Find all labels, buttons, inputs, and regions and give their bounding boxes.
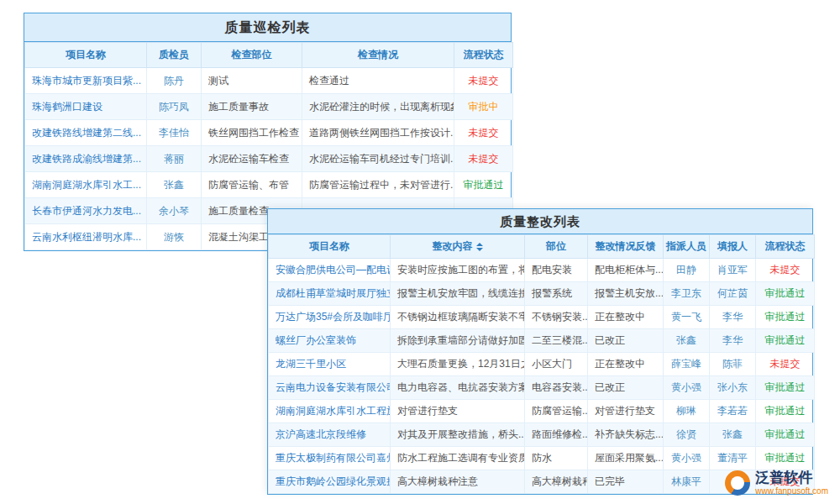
- column-header-label: 项目名称: [309, 240, 349, 252]
- table-row[interactable]: 湖南洞庭湖水库引水工程施工...对管进行垫支防腐管运输...对管进行垫支柳琳李若…: [269, 400, 815, 423]
- table-row[interactable]: 改建铁路线增建第二线...李佳怡铁丝网围挡工作检查道路两侧铁丝网围挡工作按设计.…: [25, 120, 513, 146]
- column-header-label: 检查情况: [358, 49, 398, 60]
- table-cell: 防腐管运输、布管: [202, 172, 302, 198]
- status-cell: 未提交: [756, 353, 815, 376]
- column-header[interactable]: 整改情况反馈: [588, 235, 664, 259]
- rectify-list-panel: 质量整改列表 项目名称整改内容部位整改情况反馈指派人员填报人流程状态 安徽合肥供…: [267, 208, 813, 495]
- table-row[interactable]: 改建铁路成渝线增建第...蒋丽水泥砼运输车检查水泥砼运输车司机经过专门培训...…: [25, 146, 513, 172]
- table-cell: 报警主机安放...: [588, 282, 664, 306]
- person-cell: 张鑫: [710, 423, 756, 447]
- table-cell: 铁丝网围挡工作检查: [202, 120, 302, 146]
- rectify-table: 项目名称整改内容部位整改情况反馈指派人员填报人流程状态 安徽合肥供电公司—配电设…: [268, 234, 815, 494]
- status-cell: 审批通过: [756, 306, 815, 329]
- table-row[interactable]: 螺丝厂办公室装饰拆除到承重墙部分请做好加固...二至三楼混...已改正张鑫李华审…: [269, 329, 815, 353]
- table-cell: 高大樟树栽种注意: [391, 470, 525, 494]
- table-cell: 防水工程施工选调有专业资质...: [391, 447, 525, 470]
- project-name-cell[interactable]: 成都杜甫草堂城时展厅独立展...: [269, 282, 391, 306]
- project-name-cell[interactable]: 改建铁路线增建第二线...: [25, 120, 147, 146]
- person-cell: 张鑫: [664, 329, 710, 353]
- person-cell: 何芷茵: [710, 282, 756, 306]
- person-cell: 蒋丽: [147, 146, 202, 172]
- table-row[interactable]: 成都杜甫草堂城时展厅独立展...报警主机安放牢固，线缆连接...报警系统报警主机…: [269, 282, 815, 306]
- table-cell: 不锈钢安装...: [525, 306, 588, 329]
- column-header[interactable]: 质检员: [147, 43, 202, 68]
- table-cell: 道路两侧铁丝网围挡工作按设计...: [302, 120, 454, 146]
- person-cell: 陈巧凤: [147, 94, 202, 120]
- status-cell: 审批中: [454, 94, 513, 120]
- column-header-label: 部位: [546, 240, 566, 252]
- table-cell: 对管进行垫支: [391, 400, 525, 423]
- table-row[interactable]: 重庆太极制药有限公司嘉州中...防水工程施工选调有专业资质...防水屋面采用聚氨…: [269, 447, 815, 470]
- table-cell: 电容器安装...: [525, 376, 588, 400]
- table-cell: 已改正: [588, 376, 664, 400]
- column-header-label: 流程状态: [765, 240, 806, 252]
- table-cell: 报警系统: [525, 282, 588, 306]
- project-name-cell[interactable]: 云南电力设备安装有限公司20...: [269, 376, 391, 400]
- column-header[interactable]: 填报人: [710, 235, 756, 259]
- person-cell: 柳琳: [664, 400, 710, 423]
- table-cell: 安装时应按施工图的布置，将...: [391, 259, 525, 282]
- table-cell: 配电柜柜体与...: [588, 259, 664, 282]
- project-name-cell[interactable]: 螺丝厂办公室装饰: [269, 329, 391, 353]
- project-name-cell[interactable]: 长春市伊通河水力发电...: [25, 198, 147, 224]
- table-cell: 拆除到承重墙部分请做好加固...: [391, 329, 525, 353]
- person-cell: 李华: [710, 306, 756, 329]
- table-cell: 水泥砼运输车检查: [202, 146, 302, 172]
- status-cell: 审批通过: [756, 400, 815, 423]
- project-name-cell[interactable]: 改建铁路成渝线增建第...: [25, 146, 147, 172]
- brand-name: 泛普软件: [755, 470, 828, 486]
- column-header[interactable]: 部位: [525, 235, 588, 259]
- person-cell: 李若若: [710, 400, 756, 423]
- project-name-cell[interactable]: 万达广场35#会所及咖啡厅空...: [269, 306, 391, 329]
- table-cell: 高大樟树栽种: [525, 470, 588, 494]
- table-cell: 电力电容器、电抗器安装方案,...: [391, 376, 525, 400]
- column-header[interactable]: 指派人员: [664, 235, 710, 259]
- person-cell: 薛宝峰: [664, 353, 710, 376]
- column-header[interactable]: 检查情况: [302, 43, 454, 68]
- person-cell: 黄一飞: [664, 306, 710, 329]
- project-name-cell[interactable]: 龙湖三千里小区: [269, 353, 391, 376]
- project-name-cell[interactable]: 湖南洞庭湖水库引水工程施工...: [269, 400, 391, 423]
- table-row[interactable]: 龙湖三千里小区大理石质量更换，12月31日之...小区大门正在整改中薛宝峰陈菲未…: [269, 353, 815, 376]
- table-row[interactable]: 京沪高速北京段维修对其及开展整改措施，桥头...路面维修检...补齐缺失标志..…: [269, 423, 815, 447]
- table-row[interactable]: 安徽合肥供电公司—配电设备...安装时应按施工图的布置，将...配电安装配电柜柜…: [269, 259, 815, 282]
- column-header-label: 填报人: [717, 240, 748, 252]
- fanpu-watermark-text: 泛普软件 www.fanpusoft.com: [755, 470, 828, 496]
- status-cell: 审批通过: [756, 282, 815, 306]
- status-cell: 审批通过: [756, 423, 815, 447]
- column-header[interactable]: 流程状态: [454, 43, 513, 68]
- column-header[interactable]: 流程状态: [756, 235, 815, 259]
- column-header[interactable]: 项目名称: [269, 235, 391, 259]
- project-name-cell[interactable]: 京沪高速北京段维修: [269, 423, 391, 447]
- table-cell: 防水: [525, 447, 588, 470]
- column-header-label: 流程状态: [464, 49, 504, 60]
- table-cell: 对管进行垫支: [588, 400, 664, 423]
- project-name-cell[interactable]: 湖南洞庭湖水库引水工...: [25, 172, 147, 198]
- table-row[interactable]: 珠海市城市更新项目紫...陈丹测试检查通过未提交: [25, 68, 513, 94]
- project-name-cell[interactable]: 珠海鹤洲口建设: [25, 94, 147, 120]
- column-header-label: 指派人员: [666, 240, 706, 252]
- fanpu-logo-icon: [725, 470, 750, 496]
- brand-url: www.fanpusoft.com: [755, 486, 828, 496]
- project-name-cell[interactable]: 重庆太极制药有限公司嘉州中...: [269, 447, 391, 470]
- column-header[interactable]: 检查部位: [202, 43, 302, 68]
- project-name-cell[interactable]: 重庆市鹅岭公园绿化景观提升...: [269, 470, 391, 494]
- column-header[interactable]: 项目名称: [25, 43, 147, 68]
- table-row[interactable]: 珠海鹤洲口建设陈巧凤施工质量事故水泥砼灌注的时候，出现离析现象审批中: [25, 94, 513, 120]
- project-name-cell[interactable]: 云南水利枢纽潜明水库...: [25, 224, 147, 250]
- fanpu-watermark: 泛普软件 www.fanpusoft.com: [725, 470, 828, 496]
- table-cell: 测试: [202, 68, 302, 94]
- project-name-cell[interactable]: 珠海市城市更新项目紫...: [25, 68, 147, 94]
- table-row[interactable]: 万达广场35#会所及咖啡厅空...不锈钢边框玻璃隔断安装不牢...不锈钢安装..…: [269, 306, 815, 329]
- project-name-cell[interactable]: 安徽合肥供电公司—配电设备...: [269, 259, 391, 282]
- table-cell: 水泥砼灌注的时候，出现离析现象: [302, 94, 454, 120]
- table-cell: 补齐缺失标志...: [588, 423, 664, 447]
- person-cell: 徐贤: [664, 423, 710, 447]
- person-cell: 黄小强: [664, 447, 710, 470]
- sort-icon[interactable]: [476, 243, 483, 251]
- table-row[interactable]: 云南电力设备安装有限公司20...电力电容器、电抗器安装方案,...电容器安装.…: [269, 376, 815, 400]
- table-cell: 对其及开展整改措施，桥头...: [391, 423, 525, 447]
- column-header[interactable]: 整改内容: [391, 235, 525, 259]
- table-row[interactable]: 湖南洞庭湖水库引水工...张鑫防腐管运输、布管防腐管运输过程中，未对管进行...…: [25, 172, 513, 198]
- status-cell: 审批通过: [756, 329, 815, 353]
